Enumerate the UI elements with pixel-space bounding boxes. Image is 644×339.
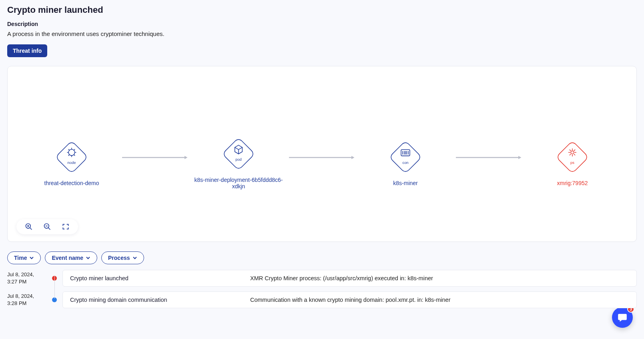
filter-row: Time Event name Process — [7, 251, 637, 264]
chevron-down-icon — [132, 255, 137, 260]
threat-info-button[interactable]: Threat info — [7, 44, 47, 57]
pod-icon: pod — [223, 138, 254, 170]
filter-label: Process — [108, 255, 130, 261]
node-type-label: ps — [570, 161, 574, 165]
chat-button[interactable]: 3 — [612, 307, 633, 328]
node-type-label: pod — [235, 158, 242, 162]
svg-point-5 — [571, 151, 574, 154]
timeline-card[interactable]: Crypto mining domain communication Commu… — [62, 291, 637, 308]
fullscreen-button[interactable] — [61, 222, 70, 231]
event-name: Crypto mining domain communication — [70, 297, 250, 303]
node-label: k8s-miner-deployment-6b5fddd8c6-xdkjn — [191, 177, 287, 189]
process-icon: ps — [557, 142, 588, 173]
container-icon: con — [390, 142, 421, 173]
zoom-out-button[interactable] — [43, 222, 52, 231]
node-label: k8s-miner — [393, 180, 417, 186]
description-text: A process in the environment uses crypto… — [7, 30, 637, 37]
arrow-icon — [122, 154, 188, 158]
event-name: Crypto miner launched — [70, 275, 250, 281]
page-title: Crypto miner launched — [7, 5, 637, 15]
node-icon: node — [56, 142, 87, 173]
flow-node-node[interactable]: node threat-detection-demo — [24, 142, 120, 186]
node-label: xmrig:79952 — [557, 180, 588, 186]
arrow-icon — [289, 154, 355, 158]
chat-icon — [617, 312, 628, 323]
node-label: threat-detection-demo — [44, 180, 99, 186]
zoom-in-button[interactable] — [24, 222, 33, 231]
flow-node-process[interactable]: ps xmrig:79952 — [524, 142, 620, 186]
node-type-label: node — [68, 161, 76, 165]
timeline-connector — [54, 275, 55, 299]
filter-label: Event name — [52, 255, 83, 261]
node-type-label: con — [402, 161, 408, 165]
description-label: Description — [7, 21, 637, 27]
flow-diagram-card: node threat-detection-demo pod k8s-mi — [7, 66, 637, 242]
timeline-timestamp: Jul 8, 2024, 3:27 PM — [7, 271, 49, 285]
filter-time[interactable]: Time — [7, 251, 41, 264]
event-description: XMR Crypto Miner process: (/usr/app/src/… — [250, 275, 433, 281]
timeline: Jul 8, 2024, 3:27 PM Crypto miner launch… — [7, 270, 637, 308]
flow-node-pod[interactable]: pod k8s-miner-deployment-6b5fddd8c6-xdkj… — [191, 138, 287, 189]
chevron-down-icon — [29, 255, 34, 260]
flow-row: node threat-detection-demo pod k8s-mi — [24, 138, 620, 189]
zoom-controls — [16, 219, 78, 234]
timeline-card[interactable]: Crypto miner launched XMR Crypto Miner p… — [62, 270, 637, 287]
event-description: Communication with a known crypto mining… — [250, 297, 450, 303]
filter-process[interactable]: Process — [101, 251, 144, 264]
timeline-row: Jul 8, 2024, 3:28 PM Crypto mining domai… — [7, 291, 637, 308]
filter-event-name[interactable]: Event name — [45, 251, 97, 264]
chevron-down-icon — [86, 255, 90, 260]
arrow-icon — [456, 154, 522, 158]
timeline-row: Jul 8, 2024, 3:27 PM Crypto miner launch… — [7, 270, 637, 287]
flow-node-container[interactable]: con k8s-miner — [357, 142, 453, 186]
filter-label: Time — [14, 255, 27, 261]
timeline-timestamp: Jul 8, 2024, 3:28 PM — [7, 293, 49, 307]
